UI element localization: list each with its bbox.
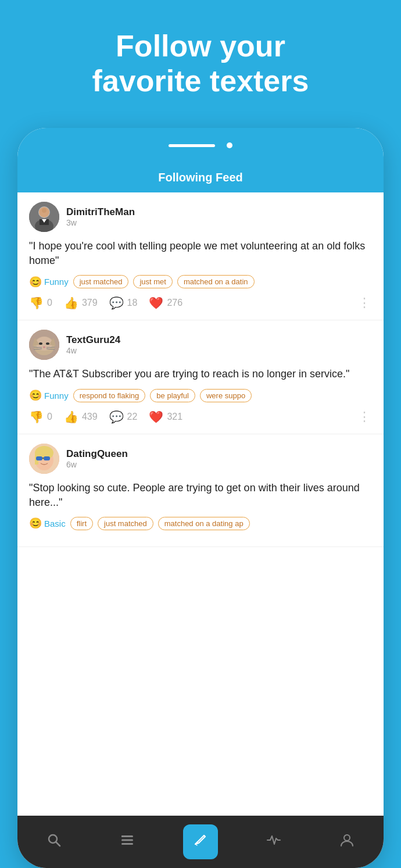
notch-dot	[227, 142, 232, 148]
avatar-image	[29, 202, 59, 232]
phone-frame: Following Feed	[17, 128, 384, 868]
upvote-count: 439	[82, 412, 98, 422]
downvote-icon: 👎	[29, 410, 44, 424]
tag[interactable]: matched on a datin	[177, 275, 255, 288]
comment-icon: 💬	[109, 410, 124, 424]
feed-header: Following Feed	[17, 163, 384, 192]
upvote-icon: 👍	[64, 410, 78, 424]
tag[interactable]: just met	[133, 275, 173, 288]
more-options-icon[interactable]: ⋮	[358, 295, 372, 310]
svg-point-6	[42, 208, 46, 213]
svg-point-14	[43, 347, 45, 348]
upvote-count: 379	[82, 298, 98, 308]
post-header: DatingQueen 6w	[29, 444, 372, 474]
downvote-icon: 👎	[29, 296, 44, 310]
svg-rect-29	[121, 839, 133, 841]
downvote-count: 0	[47, 412, 52, 422]
feed-content: DimitriTheMan 3w "I hope you're cool wit…	[17, 192, 384, 547]
time-ago: 4w	[66, 346, 372, 355]
svg-point-33	[344, 835, 350, 841]
stats-row: 👎 0 👍 379 💬 18 ❤️ 276 ⋮	[29, 295, 372, 310]
page-header: Follow your favorite texters	[0, 0, 401, 116]
post-text: "I hope you're cool with telling people …	[29, 239, 372, 268]
comment-stat[interactable]: 💬 18	[109, 296, 138, 310]
heart-count: 276	[167, 298, 182, 308]
upvote-stat[interactable]: 👍 439	[64, 410, 98, 424]
nav-item-profile[interactable]	[330, 824, 364, 859]
avatar	[29, 202, 59, 232]
tag[interactable]: just matched	[73, 275, 129, 288]
nav-item-search[interactable]	[37, 824, 71, 859]
downvote-stat[interactable]: 👎 0	[29, 410, 52, 424]
tag[interactable]: be playful	[150, 389, 195, 402]
nav-item-compose[interactable]	[183, 824, 218, 859]
downvote-count: 0	[47, 298, 52, 308]
funny-icon: 😊	[29, 276, 42, 288]
heart-count: 321	[167, 412, 182, 422]
comment-icon: 💬	[109, 296, 124, 310]
avatar-image	[29, 330, 59, 360]
username: DatingQueen	[66, 448, 372, 460]
upvote-stat[interactable]: 👍 379	[64, 296, 98, 310]
svg-rect-30	[121, 843, 133, 845]
heart-stat[interactable]: ❤️ 321	[149, 410, 182, 424]
tag[interactable]: were suppo	[200, 389, 252, 402]
comment-stat[interactable]: 💬 22	[109, 410, 138, 424]
phone-notch	[17, 128, 384, 163]
heart-stat[interactable]: ❤️ 276	[149, 296, 182, 310]
comment-count: 18	[127, 298, 138, 308]
list-icon	[120, 833, 135, 852]
tag[interactable]: matched on a dating ap	[158, 517, 250, 530]
post-text: "Stop looking so cute. People are trying…	[29, 481, 372, 510]
search-icon	[46, 833, 62, 852]
svg-rect-31	[121, 835, 124, 837]
person-icon	[339, 833, 355, 852]
avatar-image	[29, 444, 59, 474]
svg-line-27	[56, 842, 60, 846]
notch-bar	[169, 144, 215, 147]
time-ago: 3w	[66, 218, 372, 227]
tags-row: 😊 Funny just matched just met matched on…	[29, 275, 372, 288]
tags-row: 😊 Basic flirt just matched matched on a …	[29, 517, 372, 530]
upvote-icon: 👍	[64, 296, 78, 310]
downvote-stat[interactable]: 👎 0	[29, 296, 52, 310]
post-user-info: DimitriTheMan 3w	[66, 206, 372, 227]
bottom-nav	[17, 816, 384, 868]
post-item: DimitriTheMan 3w "I hope you're cool wit…	[17, 192, 384, 320]
time-ago: 6w	[66, 460, 372, 469]
tag[interactable]: respond to flaking	[73, 389, 146, 402]
avatar	[29, 330, 59, 360]
nav-item-feed[interactable]	[110, 824, 145, 859]
svg-line-32	[195, 844, 197, 845]
heart-icon: ❤️	[149, 410, 163, 424]
pencil-icon	[193, 833, 208, 852]
tag-category: 😊 Funny	[29, 389, 69, 402]
tag[interactable]: just matched	[98, 517, 153, 530]
basic-icon: 😊	[29, 517, 42, 530]
post-user-info: TextGuru24 4w	[66, 334, 372, 355]
post-user-info: DatingQueen 6w	[66, 448, 372, 469]
username: DimitriTheMan	[66, 206, 372, 218]
svg-rect-23	[36, 456, 42, 460]
comment-count: 22	[127, 412, 138, 422]
username: TextGuru24	[66, 334, 372, 346]
svg-point-12	[39, 342, 42, 345]
tag[interactable]: flirt	[70, 517, 93, 530]
nav-item-activity[interactable]	[256, 824, 291, 859]
activity-icon	[266, 833, 281, 852]
page-title: Follow your favorite texters	[35, 29, 366, 99]
avatar	[29, 444, 59, 474]
post-header: TextGuru24 4w	[29, 330, 372, 360]
post-text: "The AT&T Subscriber you are trying to r…	[29, 367, 372, 381]
post-item: TextGuru24 4w "The AT&T Subscriber you a…	[17, 320, 384, 434]
svg-rect-24	[44, 456, 50, 460]
heart-icon: ❤️	[149, 296, 163, 310]
post-item: DatingQueen 6w "Stop looking so cute. Pe…	[17, 434, 384, 547]
tag-category: 😊 Funny	[29, 276, 69, 288]
tags-row: 😊 Funny respond to flaking be playful we…	[29, 389, 372, 402]
post-header: DimitriTheMan 3w	[29, 202, 372, 232]
more-options-icon[interactable]: ⋮	[358, 409, 372, 424]
funny-icon: 😊	[29, 389, 42, 402]
tag-category: 😊 Basic	[29, 517, 66, 530]
stats-row: 👎 0 👍 439 💬 22 ❤️ 321 ⋮	[29, 409, 372, 424]
